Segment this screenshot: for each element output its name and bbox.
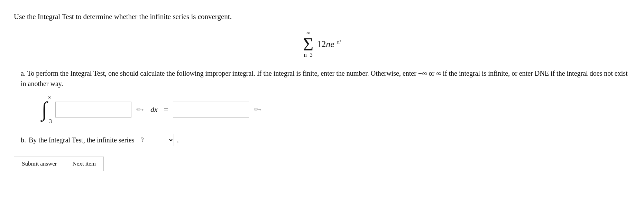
- result-pencil-button[interactable]: ✏ ▼: [252, 105, 263, 114]
- equals-label: =: [164, 105, 168, 114]
- instruction-text: Use the Integral Test to determine wheth…: [14, 12, 232, 21]
- integral-limits: ∞ ∫ 3: [42, 95, 52, 124]
- result-input[interactable]: [173, 102, 249, 118]
- pencil-icon-btn-2[interactable]: ✏ ▼: [252, 105, 263, 114]
- integral-top-limit: ∞: [48, 95, 51, 100]
- part-b-text-before: By the Integral Test, the infinite serie…: [29, 136, 134, 144]
- part-b: b. By the Integral Test, the infinite se…: [21, 134, 630, 146]
- sigma-limits: ∞ Σ n=3: [303, 31, 313, 58]
- convergence-dropdown[interactable]: ? converges diverges: [137, 134, 174, 146]
- integrand-pencil-button[interactable]: ✏ ▼: [135, 105, 146, 114]
- sigma-block: ∞ Σ n=3 12ne−n²: [303, 31, 341, 58]
- series-term: 12ne−n²: [317, 40, 341, 49]
- part-a-description: To perform the Integral Test, one should…: [21, 69, 628, 87]
- part-b-label: b.: [21, 136, 26, 144]
- series-term-base: 12ne: [317, 40, 334, 49]
- integral-bottom-limit: 3: [49, 119, 52, 124]
- button-row: Submit answer Next item: [14, 157, 630, 171]
- part-a: a. To perform the Integral Test, one sho…: [21, 68, 630, 124]
- sigma-bottom: n=3: [304, 52, 313, 58]
- part-a-text: a. To perform the Integral Test, one sho…: [21, 68, 630, 89]
- pencil-icon-btn-1[interactable]: ✏ ▼: [135, 105, 146, 114]
- series-exponent: −n²: [334, 40, 341, 45]
- dx-label: dx: [150, 105, 158, 114]
- pencil-caret-1: ▼: [141, 108, 144, 112]
- part-b-period: .: [177, 135, 179, 144]
- sigma-symbol: Σ: [303, 36, 313, 54]
- submit-answer-button[interactable]: Submit answer: [14, 157, 65, 171]
- integral-row: ∞ ∫ 3 ✏ ▼ dx = ✏ ▼: [42, 95, 630, 124]
- next-item-button[interactable]: Next item: [65, 157, 104, 171]
- problem-statement: Use the Integral Test to determine wheth…: [14, 12, 630, 21]
- pencil-caret-2: ▼: [258, 108, 262, 112]
- series-display: ∞ Σ n=3 12ne−n²: [14, 31, 630, 58]
- part-a-label: a.: [21, 69, 27, 77]
- integrand-input[interactable]: [55, 102, 131, 118]
- integral-sign: ∫: [42, 100, 47, 119]
